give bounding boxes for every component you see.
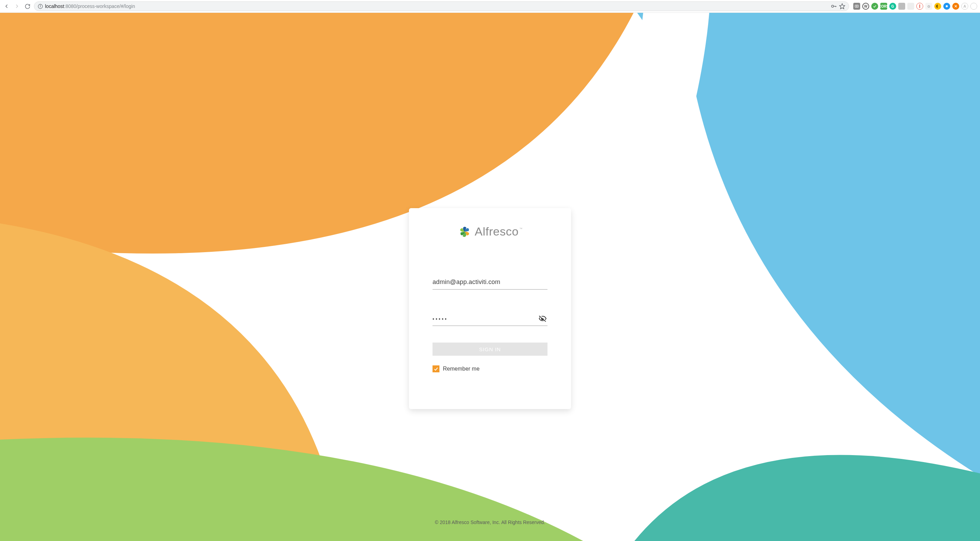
extension-icon[interactable]: CORS bbox=[880, 3, 887, 10]
password-key-icon[interactable] bbox=[831, 3, 837, 10]
brand-logo: Alfresco™ bbox=[433, 225, 547, 238]
svg-point-9 bbox=[856, 6, 858, 7]
extension-icon[interactable]: G bbox=[889, 3, 896, 10]
copyright-footer: © 2018 Alfresco Software, Inc. All Right… bbox=[435, 520, 545, 525]
sign-in-button[interactable]: SIGN IN bbox=[433, 342, 547, 356]
extension-icon[interactable] bbox=[853, 3, 860, 10]
password-input[interactable] bbox=[433, 316, 547, 322]
username-field-wrapper bbox=[433, 276, 547, 290]
back-button[interactable] bbox=[3, 2, 10, 10]
svg-marker-7 bbox=[840, 4, 845, 9]
extension-icon[interactable]: ✿ bbox=[925, 3, 932, 10]
extensions-row: W CORS G ✿ A bbox=[852, 3, 977, 10]
extension-icon[interactable] bbox=[970, 3, 977, 10]
extension-icon[interactable] bbox=[916, 3, 923, 10]
extension-icon[interactable] bbox=[871, 3, 878, 10]
browser-toolbar: localhost:8080/process-workspace/#/login… bbox=[0, 0, 980, 13]
brand-name: Alfresco™ bbox=[475, 225, 522, 238]
remember-me-row: Remember me bbox=[433, 365, 547, 372]
bookmark-star-icon[interactable] bbox=[839, 3, 845, 10]
svg-rect-8 bbox=[855, 5, 858, 8]
svg-point-3 bbox=[832, 5, 834, 7]
checkmark-icon bbox=[433, 366, 439, 372]
address-bar[interactable]: localhost:8080/process-workspace/#/login bbox=[34, 2, 849, 11]
site-info-icon[interactable] bbox=[38, 4, 43, 9]
page-body: Alfresco™ SIGN IN Remember me © 2018 Alf… bbox=[0, 13, 980, 541]
extension-icon[interactable] bbox=[934, 3, 941, 10]
remember-me-checkbox[interactable] bbox=[433, 365, 439, 372]
remember-me-label: Remember me bbox=[443, 366, 480, 372]
toggle-password-visibility-button[interactable] bbox=[538, 314, 547, 323]
svg-point-11 bbox=[946, 5, 948, 7]
extension-icon[interactable]: W bbox=[862, 3, 869, 10]
eye-off-icon bbox=[538, 315, 547, 323]
url-text: localhost:8080/process-workspace/#/login bbox=[45, 3, 135, 9]
svg-rect-10 bbox=[920, 5, 920, 8]
reload-button[interactable] bbox=[24, 2, 31, 10]
extension-icon[interactable]: A bbox=[961, 3, 968, 10]
extension-icon[interactable] bbox=[898, 3, 905, 10]
extension-icon[interactable] bbox=[952, 3, 959, 10]
password-field-wrapper bbox=[433, 314, 547, 326]
forward-button[interactable] bbox=[13, 2, 21, 10]
login-card: Alfresco™ SIGN IN Remember me bbox=[409, 208, 571, 409]
extension-icon[interactable] bbox=[943, 3, 950, 10]
extension-icon[interactable] bbox=[907, 3, 914, 10]
alfresco-flower-icon bbox=[458, 225, 471, 238]
username-input[interactable] bbox=[433, 278, 547, 286]
